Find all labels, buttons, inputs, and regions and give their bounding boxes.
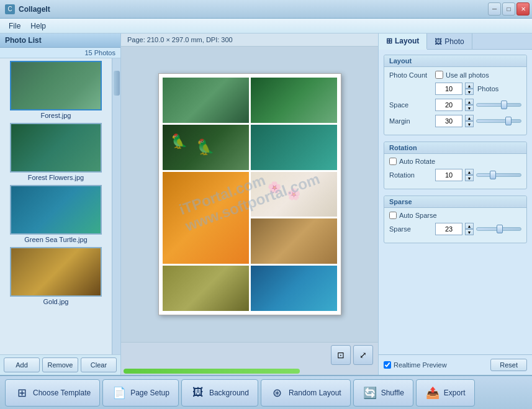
app-title: CollageIt (19, 5, 50, 14)
margin-slider-track[interactable] (476, 119, 521, 123)
sparse-slider-thumb[interactable] (497, 225, 503, 233)
photo-count-input-row: ▲ ▼ Photos (389, 83, 521, 95)
collage-image-7 (251, 218, 337, 264)
shuffle-button[interactable]: 🔄 Shuffle (353, 379, 413, 407)
sparse-label: Sparse (389, 225, 433, 233)
crop-icon: ⊡ (337, 350, 345, 360)
realtime-preview-checkbox[interactable] (384, 361, 391, 369)
photo-count-up[interactable]: ▲ (465, 83, 474, 89)
auto-sparse-checkbox[interactable] (389, 212, 397, 219)
photo-thumbnail[interactable] (10, 247, 102, 297)
add-button[interactable]: Add (4, 357, 40, 372)
photo-name: Green Sea Turtle.jpg (2, 236, 109, 243)
main-area: Photo List 15 Photos Forest.jpg Forest F… (0, 34, 532, 375)
menubar: File Help (0, 19, 532, 34)
maximize-button[interactable]: □ (502, 2, 515, 16)
photos-label: Photos (477, 85, 498, 92)
sparse-down[interactable]: ▼ (465, 229, 474, 235)
page-setup-label: Page Setup (130, 389, 169, 397)
rotation-slider-track[interactable] (476, 173, 521, 177)
auto-rotate-label: Auto Rotate (399, 158, 435, 165)
margin-up[interactable]: ▲ (465, 115, 474, 121)
space-input[interactable] (435, 99, 462, 111)
page-setup-icon: 📄 (112, 385, 127, 400)
sparse-up[interactable]: ▲ (465, 223, 474, 229)
background-icon: 🖼 (191, 385, 205, 400)
auto-rotate-checkbox[interactable] (389, 158, 397, 165)
canvas-area: Page: 210.0 × 297.0 mm, DPI: 300 🦜 🌸 iTP… (121, 34, 378, 375)
space-slider-track[interactable] (476, 103, 521, 107)
use-all-photos-checkbox[interactable] (435, 71, 443, 79)
rotation-section-title: Rotation (384, 142, 526, 154)
photo-count-spinner: ▲ ▼ (465, 83, 474, 95)
export-icon: 📤 (425, 385, 440, 400)
photo-tab-label: Photo (444, 37, 464, 46)
margin-down[interactable]: ▼ (465, 121, 474, 127)
rotation-down[interactable]: ▼ (465, 175, 474, 181)
rotation-input[interactable] (435, 169, 462, 181)
collage-image-8 (163, 266, 249, 311)
photo-thumbnail[interactable] (10, 185, 102, 235)
bottom-toolbar: ⊞ Choose Template 📄 Page Setup 🖼 Backgro… (0, 375, 532, 409)
sparse-slider-track[interactable] (476, 227, 521, 231)
space-down[interactable]: ▼ (465, 105, 474, 111)
background-label: Background (209, 389, 249, 397)
background-button[interactable]: 🖼 Background (181, 379, 258, 407)
photo-count-input[interactable] (435, 83, 462, 95)
menu-file[interactable]: File (4, 20, 25, 32)
margin-slider-thumb[interactable] (505, 117, 512, 125)
remove-button[interactable]: Remove (42, 357, 78, 372)
photo-count: 15 Photos (0, 48, 120, 58)
space-label: Space (389, 101, 433, 109)
random-layout-button[interactable]: ⊛ Random Layout (261, 379, 351, 407)
collage-canvas: 🦜 🌸 iTPortal.comwww.softportal.com (158, 73, 341, 315)
export-label: Export (444, 389, 466, 397)
photo-count-row: Photo Count Use all photos (389, 71, 521, 79)
choose-template-button[interactable]: ⊞ Choose Template (5, 379, 100, 407)
page-setup-button[interactable]: 📄 Page Setup (102, 379, 179, 407)
photo-thumbnail[interactable] (10, 61, 102, 110)
right-panel: ⊞ Layout 🖼 Photo Layout Photo Count Use … (378, 34, 532, 375)
list-item[interactable]: Green Sea Turtle.jpg (2, 185, 109, 243)
collage-image-9 (251, 266, 337, 311)
sparse-input[interactable] (435, 223, 462, 235)
choose-template-icon: ⊞ (14, 385, 29, 400)
reset-button[interactable]: Reset (490, 359, 527, 371)
window-controls: ─ □ ✕ (488, 2, 530, 16)
use-all-photos-label: Use all photos (446, 71, 489, 79)
fit-tool-button[interactable]: ⤢ (353, 345, 373, 365)
progress-bar (124, 369, 300, 374)
list-item[interactable]: Gold.jpg (2, 247, 109, 305)
list-item[interactable]: Forest.jpg (2, 61, 109, 119)
shuffle-label: Shuffle (381, 389, 404, 397)
space-slider-thumb[interactable] (501, 101, 507, 109)
margin-spinner: ▲ ▼ (465, 115, 474, 127)
list-item[interactable]: Forest Flowers.jpg (2, 123, 109, 181)
close-button[interactable]: ✕ (516, 2, 530, 16)
minimize-button[interactable]: ─ (488, 2, 501, 16)
layout-tab-icon: ⊞ (386, 37, 392, 45)
photo-name: Forest.jpg (2, 112, 109, 119)
space-up[interactable]: ▲ (465, 99, 474, 105)
rotation-slider-thumb[interactable] (490, 171, 496, 179)
tab-layout[interactable]: ⊞ Layout (379, 34, 427, 50)
canvas-wrapper[interactable]: 🦜 🌸 iTPortal.comwww.softportal.com (121, 47, 378, 342)
crop-tool-button[interactable]: ⊡ (331, 345, 351, 365)
photo-list-items[interactable]: Forest.jpg Forest Flowers.jpg Green Sea … (0, 58, 112, 354)
photo-tab-icon: 🖼 (435, 37, 442, 46)
scroll-thumb[interactable] (114, 71, 120, 96)
photo-count-label: Photo Count (389, 71, 433, 79)
tab-photo[interactable]: 🖼 Photo (427, 34, 472, 49)
page-info: Page: 210.0 × 297.0 mm, DPI: 300 (121, 34, 378, 47)
menu-help[interactable]: Help (25, 20, 51, 32)
export-button[interactable]: 📤 Export (416, 379, 475, 407)
photo-list-header: Photo List (0, 34, 120, 48)
photo-count-down[interactable]: ▼ (465, 89, 474, 95)
photo-thumbnail[interactable] (10, 123, 102, 173)
rotation-up[interactable]: ▲ (465, 169, 474, 175)
left-panel: Photo List 15 Photos Forest.jpg Forest F… (0, 34, 121, 375)
scrollbar[interactable] (112, 58, 120, 354)
space-spinner: ▲ ▼ (465, 99, 474, 111)
margin-input[interactable] (435, 115, 462, 127)
clear-button[interactable]: Clear (81, 357, 117, 372)
